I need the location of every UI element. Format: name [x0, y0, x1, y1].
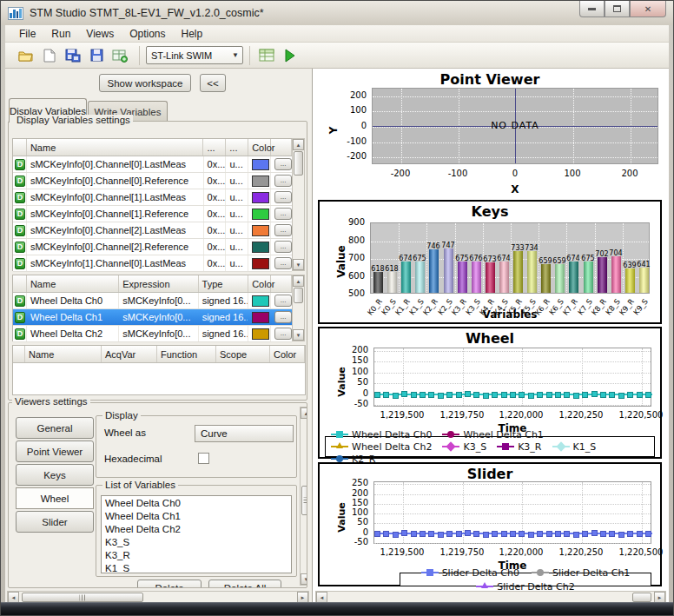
color-picker-button[interactable]: ...: [274, 208, 292, 220]
color-picker-button[interactable]: ...: [274, 224, 292, 236]
maximize-button[interactable]: [605, 1, 630, 17]
color-picker-button[interactable]: ...: [274, 175, 292, 187]
column-header[interactable]: Expression: [119, 275, 198, 292]
wheel-as-combo[interactable]: Curve: [195, 425, 294, 442]
color-picker-button[interactable]: ...: [274, 241, 292, 253]
color-picker-button[interactable]: ...: [274, 191, 292, 203]
color-picker-button[interactable]: ...: [274, 257, 292, 269]
viewers-hscrollbar[interactable]: ◄►: [315, 591, 666, 602]
column-header[interactable]: ...: [203, 139, 226, 156]
table-row[interactable]: DsMCKeyInfo[0].Channel[2].LastMeas0x...u…: [13, 222, 292, 239]
menu-item-help[interactable]: Help: [175, 26, 210, 42]
x-axis-label: X: [372, 183, 658, 195]
scroll-down-button[interactable]: ▼: [293, 259, 304, 270]
save-all-button[interactable]: [63, 45, 83, 66]
left-panel-hscrollbar[interactable]: ◄►: [7, 591, 309, 602]
color-picker-button[interactable]: ...: [274, 158, 292, 170]
viewer-tab-point-viewer[interactable]: Point Viewer: [16, 440, 94, 462]
column-header[interactable]: Color: [248, 139, 271, 156]
column-header[interactable]: [271, 139, 292, 156]
scroll-down-button[interactable]: ▼: [301, 573, 307, 585]
show-workspace-button[interactable]: Show workspace: [99, 74, 191, 92]
list-item[interactable]: K1_S: [102, 561, 291, 573]
hexadecimal-checkbox[interactable]: [198, 453, 209, 464]
column-header[interactable]: [13, 275, 27, 292]
data-point-marker: [510, 531, 516, 537]
log-import-button[interactable]: [109, 45, 130, 66]
minimize-button[interactable]: [579, 1, 605, 17]
probe-select[interactable]: ST-Link SWIM ▼: [146, 46, 243, 64]
scroll-left-button[interactable]: ◄: [8, 592, 19, 602]
scroll-left-button[interactable]: ◄: [316, 592, 327, 602]
viewer-tab-slider[interactable]: Slider: [16, 511, 94, 533]
scroll-up-button[interactable]: ▲: [293, 275, 304, 287]
column-header[interactable]: Function: [157, 346, 216, 362]
table-row[interactable]: DsMCKeyInfo[0].Channel[0].LastMeas0x...u…: [13, 156, 292, 173]
display-table-scrollbar[interactable]: ▲▼: [292, 138, 305, 271]
table-row[interactable]: DsMCKeyInfo[0].Channel[1].LastMeas0x...u…: [13, 189, 292, 206]
menu-item-run[interactable]: Run: [44, 26, 77, 42]
column-header[interactable]: Name: [25, 346, 102, 362]
color-picker-button[interactable]: ...: [274, 295, 292, 307]
y-gridline: [371, 277, 649, 278]
title-bar[interactable]: STM Studio STMT_8L-EV1_FW_v1.2.0_cosmic*…: [1, 1, 673, 25]
menu-item-file[interactable]: File: [12, 26, 43, 42]
column-header[interactable]: ...: [226, 139, 248, 156]
scroll-thumb[interactable]: [294, 288, 303, 303]
list-item[interactable]: Wheel Delta Ch1: [102, 509, 291, 522]
viewers-scrollbar[interactable]: ▲▼: [300, 407, 307, 586]
legend-item: Wheel Delta Ch1: [442, 428, 543, 440]
run-button[interactable]: [280, 45, 301, 66]
column-header[interactable]: [13, 346, 25, 362]
column-header[interactable]: [13, 139, 27, 156]
menu-item-options[interactable]: Options: [122, 26, 172, 42]
scroll-thumb[interactable]: [632, 593, 651, 602]
scroll-down-button[interactable]: ▼: [293, 329, 304, 341]
delete-button[interactable]: Delete: [137, 580, 202, 588]
list-item[interactable]: Wheel Delta Ch2: [102, 522, 291, 535]
column-header[interactable]: Name: [27, 139, 204, 156]
y-tick-label: 50: [340, 517, 368, 527]
column-header[interactable]: Scope: [216, 346, 270, 362]
viewer-tab-wheel[interactable]: Wheel: [16, 487, 94, 509]
list-item[interactable]: K3_S: [102, 535, 291, 548]
expression-table-scrollbar[interactable]: ▲▼: [292, 275, 305, 341]
column-header[interactable]: Color: [248, 275, 271, 292]
close-button[interactable]: ✕: [630, 1, 666, 17]
column-header[interactable]: Name: [27, 275, 119, 292]
table-row[interactable]: DsMCKeyInfo[0].Channel[2].Reference0x...…: [13, 239, 292, 255]
variable-name: sMCKeyInfo[0].Channel[0].LastMeas: [27, 156, 204, 172]
table-row[interactable]: DWheel Delta Ch0sMCKeyInfo[0...signed 16…: [13, 293, 292, 309]
scroll-right-button[interactable]: ►: [297, 592, 308, 602]
column-header[interactable]: AcqVar: [102, 346, 157, 362]
list-item[interactable]: Wheel Delta Ch0: [102, 496, 291, 509]
color-picker-button[interactable]: ...: [274, 311, 292, 323]
table-row[interactable]: DWheel Delta Ch2sMCKeyInfo[0...signed 16…: [13, 326, 292, 342]
column-header[interactable]: Type: [199, 275, 249, 292]
viewers-settings-groupbox: GeneralPoint ViewerKeysWheelSlider Displ…: [8, 402, 307, 588]
column-header[interactable]: [271, 275, 292, 292]
table-row[interactable]: DsMCKeyInfo[0].Channel[0].Reference0x...…: [13, 173, 292, 189]
new-file-button[interactable]: [39, 45, 60, 66]
column-header[interactable]: Color: [270, 346, 305, 362]
open-button[interactable]: [16, 45, 36, 66]
table-row[interactable]: DsMCKeyInfo[1].Channel[0].LastMeas0x...u…: [13, 255, 292, 272]
viewer-tab-general[interactable]: General: [16, 417, 94, 439]
color-picker-button[interactable]: ...: [274, 328, 292, 340]
scroll-thumb[interactable]: [294, 151, 303, 176]
save-button[interactable]: [86, 45, 107, 66]
scroll-thumb[interactable]: [301, 486, 307, 515]
delete-all-button[interactable]: Delete All: [208, 580, 281, 588]
scroll-thumb[interactable]: [22, 593, 143, 602]
bar-value-label: 704: [605, 249, 627, 257]
scroll-right-button[interactable]: ►: [654, 592, 665, 602]
show-table-button[interactable]: [256, 45, 277, 66]
collapse-button[interactable]: <<: [200, 74, 226, 92]
list-item[interactable]: K3_R: [102, 548, 291, 561]
scroll-up-button[interactable]: ▲: [293, 139, 304, 150]
viewer-tab-keys[interactable]: Keys: [16, 464, 94, 486]
scroll-up-button[interactable]: ▲: [301, 407, 307, 419]
menu-item-views[interactable]: Views: [79, 26, 121, 42]
table-row[interactable]: DWheel Delta Ch1sMCKeyInfo[0...signed 16…: [13, 309, 292, 326]
table-row[interactable]: DsMCKeyInfo[0].Channel[1].Reference0x...…: [13, 206, 292, 222]
